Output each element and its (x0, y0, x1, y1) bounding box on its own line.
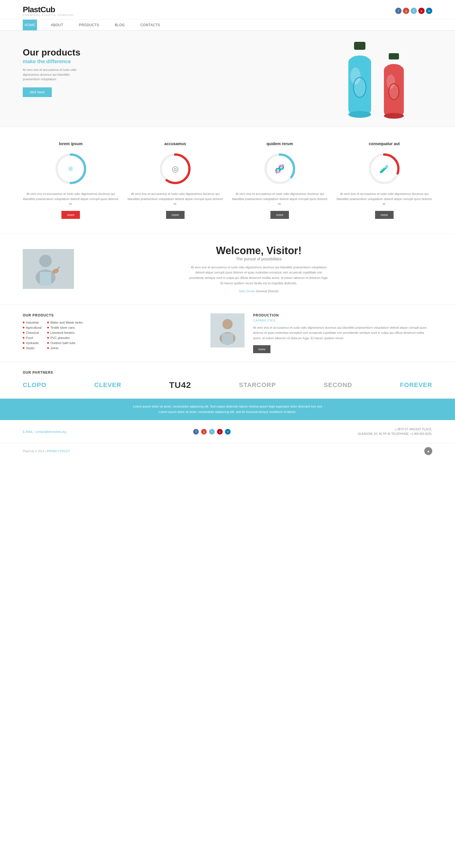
hero-text: Our products make the difference At vero… (23, 48, 80, 97)
banner-line-1: Lorem ipsum dolor sit amet, consectetur … (23, 404, 432, 409)
twitter-icon[interactable]: t (411, 8, 417, 14)
prod-item-pvc[interactable]: PVC granules (47, 336, 83, 340)
footer-linkedin-icon[interactable]: in (225, 429, 231, 435)
feature-2-more-button[interactable]: more (166, 211, 185, 219)
svg-point-9 (384, 113, 404, 119)
address-icon: ⌂ (395, 428, 397, 431)
footer-copy-text: PlastCub © 2014 • (23, 450, 46, 453)
feature-3-icon: 🧬 (275, 164, 285, 174)
prod-dot (47, 347, 49, 349)
prod-dot (23, 327, 25, 329)
svg-rect-6 (389, 53, 399, 60)
nav-blog[interactable]: BLOG (113, 20, 127, 30)
partner-clever: CLEVER (94, 381, 121, 389)
feature-2-desc: At vero eos et accusamus et iusto odio d… (127, 191, 224, 207)
logo-title: PlastCub (23, 5, 74, 14)
footer-rss-icon[interactable]: r (209, 429, 215, 435)
prod-dot (23, 342, 25, 344)
banner-section: Lorem ipsum dolor sit amet, consectetur … (0, 399, 455, 420)
feature-2-chart: ◎ (158, 152, 192, 186)
prod-dot (47, 342, 49, 344)
partner-forever: FOREVER (400, 381, 432, 389)
prod-item-food[interactable]: Food (23, 336, 41, 340)
footer-main: E-MAIL: contact@demolink.org f g r p in … (0, 420, 455, 444)
feature-3-more-button[interactable]: more (270, 211, 289, 219)
production-title: PRODUCTION (253, 313, 432, 317)
feature-4-icon: 🧪 (379, 164, 389, 174)
footer-address-line1: 9870 ST VINCENT PLACE, (397, 428, 432, 431)
welcome-role: General Director (256, 289, 279, 293)
feature-2: accusamus ◎ At vero eos et accusamus et … (127, 142, 224, 219)
feature-2-title: accusamus (127, 142, 224, 146)
production-subtitle: CAPABILITIES (253, 319, 432, 322)
partner-starcorp: STARCORP (239, 381, 276, 389)
products-column: OUR PRODUCTS Industrial Agricultural Che… (23, 313, 202, 351)
products-photo (210, 313, 245, 347)
feature-1-icon: ⚛ (67, 164, 74, 174)
logo-subtitle: CHEMICAL PLASTIC COMPANY (23, 14, 74, 17)
privacy-policy-link[interactable]: PRIVACY POLICY (47, 450, 70, 453)
hero-cta-button[interactable]: click here! (23, 87, 52, 97)
prod-dot (23, 347, 25, 349)
footer-email-label: E-MAIL: (23, 430, 34, 433)
prod-dot (47, 327, 49, 329)
logo-area: PlastCub CHEMICAL PLASTIC COMPANY (23, 5, 74, 17)
features-section: lorem ipsum ⚛ At vero eos et accusamus e… (0, 127, 455, 234)
footer-google-plus-icon[interactable]: g (201, 429, 207, 435)
hero-image (319, 30, 432, 127)
footer-email-area: E-MAIL: contact@demolink.org (23, 430, 66, 433)
production-description: At vero eos et accusamus et iusto odio d… (253, 325, 432, 341)
feature-4-more-button[interactable]: more (375, 211, 394, 219)
nav-about[interactable]: ABOUT (49, 20, 65, 30)
partners-logos: CLOPO CLEVER TU42 STARCORP SECOND FOREVE… (23, 380, 432, 390)
welcome-description: At vero eos et accusamus et iusto odio d… (188, 265, 330, 286)
prod-item-textile[interactable]: Textile silver cans (47, 326, 83, 329)
footer-bottom: PlastCub © 2014 • PRIVACY POLICY ▲ (0, 444, 455, 459)
partners-section: OUR PARTNERS CLOPO CLEVER TU42 STARCORP … (0, 362, 455, 399)
prod-item-industrial[interactable]: Industrial (23, 321, 41, 324)
pinterest-icon[interactable]: p (418, 8, 425, 14)
scroll-to-top-button[interactable]: ▲ (424, 447, 432, 455)
nav-products[interactable]: PRODUCTS (77, 20, 101, 30)
prod-item-hydraulic[interactable]: Hydraulic (23, 341, 41, 345)
google-plus-icon[interactable]: g (403, 8, 409, 14)
nav-sep-1: · (43, 23, 43, 27)
prod-item-agricultural[interactable]: Agricultural (23, 326, 41, 329)
prod-item-chemical[interactable]: Chemical (23, 331, 41, 334)
svg-rect-29 (222, 333, 233, 344)
footer-address: ⌂ 9870 ST VINCENT PLACE, GLASGOW, DC 45 … (358, 427, 432, 436)
footer-pinterest-icon[interactable]: p (217, 429, 223, 435)
feature-4-chart: 🧪 (367, 152, 401, 186)
hero-section: Our products make the difference At vero… (0, 30, 455, 127)
prod-item-joints[interactable]: Joints (47, 346, 83, 350)
header: PlastCub CHEMICAL PLASTIC COMPANY f g t … (0, 0, 455, 20)
svg-point-3 (348, 111, 371, 118)
feature-1-more-button[interactable]: more (61, 211, 80, 219)
footer-email-address: contact@demolink.org (35, 430, 66, 433)
prod-item-septic[interactable]: Septic (23, 346, 41, 350)
footer-social-icons: f g r p in (193, 429, 231, 435)
welcome-title: Welcome, Visitor! (85, 245, 432, 257)
products-list-1: Industrial Agricultural Chemical Food Hy… (23, 321, 41, 351)
social-icons: f g t p in (395, 8, 432, 14)
facebook-icon[interactable]: f (395, 8, 401, 14)
nav-home[interactable]: HOME (23, 20, 37, 30)
welcome-subtitle: The pursuit of possibilities (85, 257, 432, 261)
partners-title: OUR PARTNERS (23, 371, 432, 374)
prod-item-livestock[interactable]: Livestock feeders (47, 331, 83, 334)
feature-1: lorem ipsum ⚛ At vero eos et accusamus e… (23, 142, 119, 219)
footer-facebook-icon[interactable]: f (193, 429, 199, 435)
bottle-blue (344, 42, 376, 127)
prod-item-water[interactable]: Water and Waste tanks (47, 321, 83, 324)
products-column-title: OUR PRODUCTS (23, 313, 202, 317)
bottle-red (381, 53, 407, 127)
feature-2-icon: ◎ (172, 164, 178, 174)
prod-dot (23, 332, 25, 334)
prod-item-outdoor-bath[interactable]: Outdoor bath tubs (47, 341, 83, 345)
feature-3: quidem rerum 🧬 At vero eos et accusamus … (232, 142, 328, 219)
svg-point-27 (222, 319, 233, 329)
nav-contacts[interactable]: CONTACTS (139, 20, 162, 30)
linkedin-icon[interactable]: in (426, 8, 432, 14)
prod-dot (47, 321, 49, 323)
production-more-button[interactable]: more (253, 345, 270, 353)
